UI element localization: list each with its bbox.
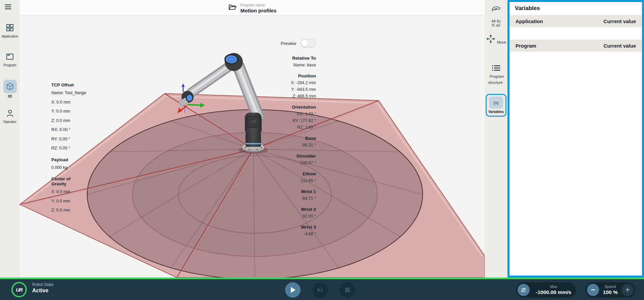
- header: Program name Motion profiles: [20, 0, 485, 15]
- move-tool-button[interactable]: Move: [485, 34, 507, 45]
- program-name-label: Program name: [240, 3, 265, 7]
- variables-section-program: Program Current value: [509, 40, 642, 52]
- sidebar-item-label: Application: [0, 35, 20, 38]
- sidebar-item-3d[interactable]: 3D: [0, 80, 20, 98]
- position-group: Position X: -284.2 mm Y: -943.5 mm Z: 46…: [239, 73, 316, 100]
- robot-serial-text: 44 6c f1 a2: [485, 19, 507, 27]
- plus-icon: +: [626, 286, 630, 294]
- relative-to-heading: Relative To: [239, 55, 316, 62]
- program-structure-label: Program structure: [488, 74, 504, 84]
- variables-section-application: Application Current value: [509, 15, 642, 27]
- speed-decrease-button[interactable]: −: [587, 284, 599, 296]
- program-structure-button[interactable]: Program structure: [485, 64, 507, 85]
- skip-icon: [317, 287, 323, 293]
- stop-icon: [345, 287, 350, 293]
- joint-base: Base -95.31 °: [239, 135, 316, 148]
- operator-person-icon: [0, 109, 20, 119]
- move-label: Move: [497, 40, 506, 44]
- right-toolbar: 44 6c f1 a2 Move Pr: [485, 0, 507, 278]
- preview-toggle[interactable]: [300, 39, 316, 48]
- position-y: Y: -943.5 mm: [239, 86, 316, 93]
- hand-icon: [491, 9, 501, 15]
- tcp-x: X: 0.0 mm: [51, 100, 97, 105]
- stop-button[interactable]: [340, 282, 355, 298]
- joint-wrist3: Wrist 3 -4.68 °: [239, 224, 316, 237]
- hamburger-menu-icon[interactable]: [3, 3, 16, 13]
- joint-wrist1: Wrist 1 -54.71 °: [239, 188, 316, 202]
- step-button[interactable]: [312, 282, 328, 298]
- tcp-info-overlay: TCP Offset Name: Tool_flange X: 0.0 mm Y…: [51, 82, 97, 217]
- robot-3d-viewport[interactable]: UR: [20, 15, 485, 278]
- sidebar-item-label: Program: [0, 63, 20, 67]
- speed-display: Speed 100 %: [601, 285, 620, 295]
- tune-sliders-icon: [521, 287, 527, 293]
- speed-increase-button[interactable]: +: [622, 284, 634, 296]
- toggle-knob: [301, 40, 308, 47]
- variables-icon: {x}: [489, 97, 503, 109]
- relative-to-group: Relative To Name: base: [239, 55, 316, 68]
- cog-x: X: 0.0 mm: [51, 189, 97, 194]
- cog-z: Z: 0.0 mm: [51, 208, 97, 213]
- tcp-name: Name: Tool_flange: [51, 91, 97, 95]
- ur-logo: UR: [11, 282, 27, 297]
- relative-to-value: Name: base: [239, 62, 316, 68]
- max-speed-control: Max -1000.00 mm/s: [516, 282, 576, 298]
- minus-icon: −: [591, 286, 595, 294]
- page-title: Motion profiles: [240, 8, 277, 13]
- hand-tool-button[interactable]: [485, 5, 507, 15]
- max-speed-display: Max -1000.00 mm/s: [531, 285, 576, 295]
- orientation-ry: RY: 177.82 °: [239, 117, 316, 124]
- max-value: -1000.00 mm/s: [533, 289, 574, 296]
- cog-heading: Center of Gravity: [51, 176, 82, 186]
- program-folder-icon: [228, 3, 237, 12]
- variables-tool-button[interactable]: {x} Variables: [486, 94, 506, 117]
- speed-settings-button[interactable]: [518, 284, 530, 296]
- sidebar-item-program[interactable]: Program: [0, 53, 20, 67]
- sidebar-item-label: Operator: [0, 120, 20, 124]
- speed-slider-control: − Speed 100 % +: [585, 282, 635, 298]
- tcp-ry: RY: 0.00 °: [51, 137, 97, 141]
- section-label: Program: [516, 43, 536, 49]
- tcp-rz: RZ: 0.00 °: [51, 146, 97, 151]
- robot-state: Robot State Active: [32, 282, 53, 294]
- orientation-rz: RZ: 2.69 °: [239, 124, 316, 131]
- pose-info-overlay: Preview Relative To Name: base Position …: [239, 39, 316, 242]
- variables-panel: Variables Application Current value Prog…: [507, 0, 644, 278]
- cube-3d-icon: [3, 82, 17, 92]
- tcp-y: Y: 0.0 mm: [51, 109, 97, 114]
- cog-y: Y: 0.0 mm: [51, 199, 97, 203]
- speed-value: 100 %: [603, 289, 618, 296]
- tcp-rx: RX: 0.00 °: [51, 127, 97, 132]
- application-grid-icon: [0, 23, 20, 33]
- tcp-z: Z: 0.0 mm: [51, 118, 97, 123]
- left-sidebar: Application Program 3D: [0, 0, 20, 278]
- list-structure-icon: [491, 67, 501, 73]
- variables-label: Variables: [487, 110, 505, 114]
- sidebar-item-label: 3D: [0, 95, 20, 98]
- variables-panel-title: Variables: [509, 2, 642, 15]
- position-x: X: -284.2 mm: [239, 79, 316, 86]
- sidebar-item-operator[interactable]: Operator: [0, 109, 20, 124]
- payload-heading: Payload: [51, 157, 97, 162]
- preview-label: Preview: [281, 41, 296, 46]
- section-label: Application: [516, 18, 543, 24]
- sidebar-item-application[interactable]: Application: [0, 23, 20, 38]
- orientation-rx: RX: 1.03 °: [239, 111, 316, 117]
- play-button[interactable]: [285, 282, 301, 298]
- section-value-header: Current value: [603, 18, 636, 24]
- play-icon: [290, 287, 296, 293]
- payload-value: 0.000 kg: [51, 165, 97, 170]
- orientation-heading: Orientation: [239, 104, 316, 111]
- section-value-header: Current value: [603, 43, 636, 49]
- joint-wrist2: Wrist 2 92.00 °: [239, 206, 316, 220]
- joint-elbow: Elbow -111.65 °: [239, 171, 316, 184]
- speed-label: Speed: [603, 285, 618, 289]
- max-label: Max: [533, 285, 574, 289]
- robot-state-label: Robot State: [32, 282, 53, 287]
- bottom-bar: UR Robot State Active: [0, 278, 644, 300]
- position-heading: Position: [239, 73, 316, 79]
- move-arrows-icon: [486, 39, 497, 45]
- orientation-group: Orientation RX: 1.03 ° RY: 177.82 ° RZ: …: [239, 104, 316, 131]
- program-window-icon: [0, 53, 20, 62]
- tcp-offset-heading: TCP Offset: [51, 82, 97, 87]
